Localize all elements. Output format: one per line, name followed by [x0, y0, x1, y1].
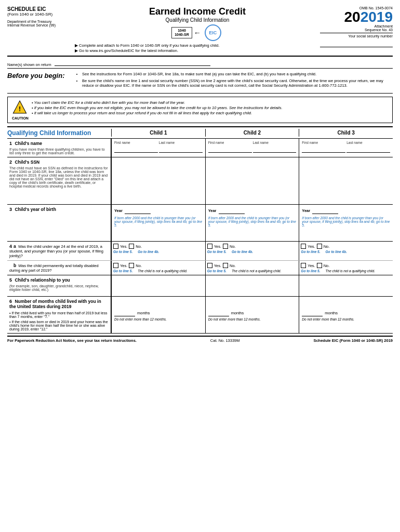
- child3-row4b: Yes. No. Go to line 5. The child is not …: [299, 261, 393, 275]
- row6-fields: months Do not enter more than 12 months.…: [111, 297, 393, 333]
- schedule-title: SCHEDULE EIC: [7, 6, 75, 12]
- row2-fields: [111, 157, 393, 204]
- child2-4b-no-checkbox[interactable]: [223, 263, 228, 268]
- child1-lastname-input[interactable]: [159, 145, 203, 153]
- row5-fields: [111, 275, 393, 296]
- child3-lastname-group: Last name: [346, 141, 390, 153]
- row1-label: 1 Child's name If you have more than thr…: [7, 139, 111, 157]
- child3-lastname-input[interactable]: [346, 145, 390, 153]
- row6-bullet1: • If the child lived with you for more t…: [9, 311, 109, 318]
- form-number: (Form 1040 or 1040-SR): [7, 12, 75, 17]
- before-begin-content: See the instructions for Form 1040 or 10…: [75, 72, 393, 90]
- child1-ssn-field[interactable]: [111, 157, 205, 204]
- row2-childs-ssn: 2 Child's SSN The child must have an SSN…: [7, 157, 393, 205]
- instructions: ▶ Complete and attach to Form 1040 or 10…: [75, 43, 320, 53]
- child2-4a-yes-checkbox[interactable]: [207, 244, 212, 249]
- child2-4a-no-checkbox[interactable]: [223, 244, 228, 249]
- child2-lastname-input[interactable]: [253, 145, 297, 153]
- child2-4b-yes-checkbox[interactable]: [207, 263, 212, 268]
- row4b: b Was the child permanently and totally …: [7, 261, 393, 275]
- child2-months-input[interactable]: [208, 309, 229, 316]
- child3-year-input[interactable]: [312, 207, 338, 214]
- child2-row4a: Yes. No. Go to line 5. Go to line 4b.: [205, 242, 299, 260]
- child1-months-field: months Do not enter more than 12 months.: [111, 297, 205, 333]
- child3-firstname-group: First name: [302, 141, 345, 153]
- caution-label: CAUTION: [12, 116, 28, 120]
- row5-relationship: 5 Child's relationship to you (for examp…: [7, 275, 393, 297]
- child1-name-field: First name Last name: [111, 139, 205, 157]
- child1-yob-note: If born after 2000 and the child is youn…: [114, 216, 203, 227]
- child1-firstname-group: First name: [114, 141, 158, 153]
- child3-row4a: Yes. No. Go to line 5. Go to line 4b.: [299, 242, 393, 260]
- caution-bullet2: • If you take the EIC even though you ar…: [32, 105, 283, 110]
- caution-box: ! CAUTION • You can't claim the EIC for …: [7, 97, 393, 123]
- row4a: 4 a Was the child under age 24 at the en…: [7, 242, 393, 261]
- child2-months-field: months Do not enter more than 12 months.: [205, 297, 299, 333]
- child2-relationship-field[interactable]: [205, 275, 299, 296]
- row3-year-of-birth: 3 Child's year of birth Year If born aft…: [7, 205, 393, 242]
- child2-lastname-group: Last name: [253, 141, 297, 153]
- child2-ssn-field[interactable]: [205, 157, 299, 204]
- row2-desc: The child must have an SSN as defined in…: [9, 166, 109, 188]
- child1-header: Child 1: [111, 129, 205, 137]
- child1-4b-yes-checkbox[interactable]: [113, 263, 118, 268]
- child1-4a-no-checkbox[interactable]: [129, 244, 134, 249]
- child1-4b-no-checkbox[interactable]: [129, 263, 134, 268]
- arrow-icon: ←: [194, 29, 201, 37]
- name-label: Name(s) shown on return: [7, 62, 51, 67]
- child2-header: Child 2: [205, 129, 299, 137]
- child-col-headers: Child 1 Child 2 Child 3: [111, 129, 393, 137]
- before-begin-bullet2: Be sure the child's name on line 1 and s…: [82, 78, 393, 88]
- child3-yob-note: If born after 2000 and the child is youn…: [302, 216, 390, 227]
- child3-months-input[interactable]: [302, 309, 323, 316]
- child3-firstname-input[interactable]: [302, 145, 345, 153]
- year-badge: 202019: [320, 10, 393, 24]
- attachment-label: Attachment: [320, 24, 393, 28]
- row3-label: 3 Child's year of birth: [7, 205, 111, 241]
- row1-childs-name: 1 Child's name If you have more than thr…: [7, 139, 393, 157]
- section-header: Qualifying Child Information Child 1 Chi…: [7, 126, 393, 139]
- child2-year-input[interactable]: [219, 207, 245, 214]
- row6-label: 6 Number of months child lived with you …: [7, 297, 111, 333]
- sequence-number: Sequence No. 43: [320, 28, 393, 32]
- row6-bullet2: • If the child was born or died in 2019 …: [9, 320, 109, 331]
- row4b-fields: Yes. No. Go to line 5. The child is not …: [111, 261, 393, 275]
- dept-label: Department of the Treasury: [7, 20, 75, 23]
- child2-firstname-group: First name: [208, 141, 252, 153]
- row6-months: 6 Number of months child lived with you …: [7, 297, 393, 334]
- child3-header: Child 3: [299, 129, 393, 137]
- row3-fields: Year If born after 2000 and the child is…: [111, 205, 393, 241]
- before-begin-section: Before you begin: See the instructions f…: [7, 72, 393, 94]
- child3-4a-no-checkbox[interactable]: [317, 244, 322, 249]
- form-1040-icon: 1040 1040-SR: [171, 27, 192, 39]
- svg-text:!: !: [19, 105, 21, 113]
- child3-ssn-field[interactable]: [299, 157, 393, 204]
- child1-4a-yes-checkbox[interactable]: [113, 244, 118, 249]
- child3-4a-yes-checkbox[interactable]: [301, 244, 306, 249]
- row4a-fields: Yes. No. Go to line 5. Go to line 4b. Ye…: [111, 242, 393, 260]
- row1-fields: First name Last name First name: [111, 139, 393, 157]
- child1-row4b: Yes. No. Go to line 5. The child is not …: [111, 261, 205, 275]
- main-title: Earned Income Credit: [75, 6, 320, 17]
- name-field[interactable]: [55, 60, 210, 66]
- child2-firstname-input[interactable]: [208, 145, 252, 153]
- child2-yob-note: If born after 2000 and the child is youn…: [208, 216, 297, 227]
- row4a-label: 4 a Was the child under age 24 at the en…: [7, 242, 111, 260]
- child3-4b-no-checkbox[interactable]: [317, 263, 322, 268]
- child1-firstname-input[interactable]: [114, 145, 158, 153]
- child1-months-input[interactable]: [114, 309, 135, 316]
- child1-relationship-field[interactable]: [111, 275, 205, 296]
- child3-4b-yes-checkbox[interactable]: [301, 263, 306, 268]
- ssn-field[interactable]: [320, 39, 393, 47]
- caution-bullet3: • It will take us longer to process your…: [32, 111, 283, 115]
- child3-relationship-field[interactable]: [299, 275, 393, 296]
- before-begin-bullet1: See the instructions for Form 1040 or 10…: [82, 72, 393, 76]
- row5-label: 5 Child's relationship to you (for examp…: [7, 275, 111, 296]
- dept-info: Department of the Treasury Internal Reve…: [7, 20, 75, 27]
- child2-yob-field: Year If born after 2000 and the child is…: [205, 205, 299, 241]
- child1-year-input[interactable]: [125, 207, 151, 214]
- caution-icon: ! CAUTION: [12, 100, 28, 120]
- header: SCHEDULE EIC (Form 1040 or 1040-SR) Depa…: [7, 6, 393, 57]
- caution-text: • You can't claim the EIC for a child wh…: [32, 100, 283, 116]
- subtitle: Qualifying Child Information: [75, 17, 320, 23]
